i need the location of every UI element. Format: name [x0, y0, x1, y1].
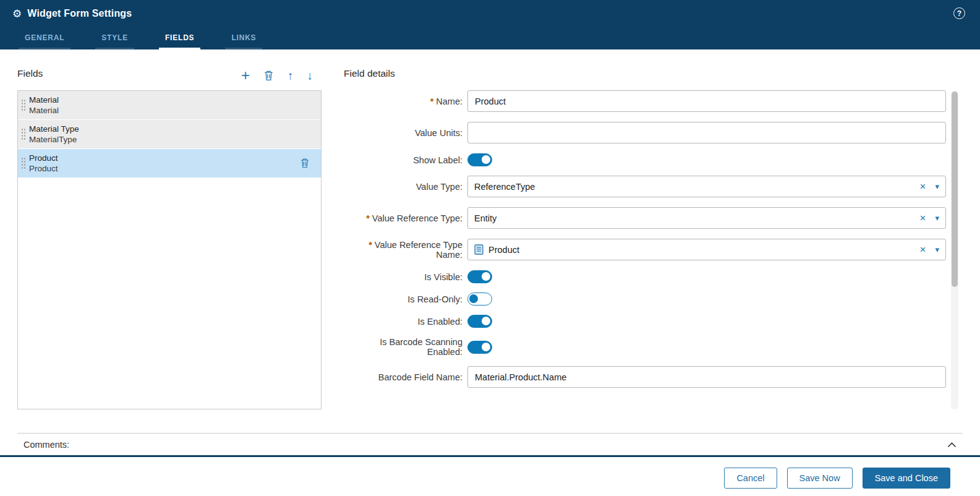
form-row-value-units: Value Units:: [344, 122, 946, 143]
form-row-value-reference-type-name: *Value Reference Type Name: Product ×: [344, 239, 946, 260]
details-panel-title: Field details: [344, 68, 946, 83]
value-reference-type-name-selected-value: Product: [488, 245, 519, 255]
field-item-name: Material: [29, 95, 59, 105]
is-read-only-toggle[interactable]: [467, 293, 492, 306]
is-barcode-scanning-enabled-label: Is Barcode Scanning Enabled:: [344, 337, 467, 357]
form-row-name: *Name:: [344, 90, 946, 112]
add-field-button[interactable]: +: [241, 68, 250, 83]
tab-links[interactable]: LINKS: [225, 33, 262, 49]
delete-field-button[interactable]: [263, 70, 274, 81]
field-item-name: Product: [29, 153, 58, 163]
field-details-panel: Field details *Name: Value Units: Show L…: [344, 68, 963, 409]
tab-bar: GENERAL STYLE FIELDS LINKS: [0, 27, 980, 49]
list-item-material[interactable]: Material Material: [18, 91, 321, 120]
cancel-button[interactable]: Cancel: [724, 468, 777, 489]
field-item-subname: Material: [29, 105, 59, 116]
is-enabled-label: Is Enabled:: [344, 317, 467, 327]
gear-icon: ⚙: [12, 7, 22, 20]
barcode-field-name-input[interactable]: [467, 366, 946, 388]
tab-style[interactable]: STYLE: [95, 33, 134, 49]
field-item-name: Material Type: [29, 124, 79, 134]
fields-panel-title: Fields: [17, 68, 43, 83]
list-item-product[interactable]: Product Product: [18, 149, 321, 178]
show-label-label: Show Label:: [344, 155, 467, 165]
value-reference-type-selected-value: Entity: [474, 213, 914, 223]
drag-handle-icon[interactable]: [21, 99, 25, 112]
barcode-field-name-label: Barcode Field Name:: [344, 372, 467, 382]
vertical-scrollbar[interactable]: [951, 90, 958, 409]
value-reference-type-name-select[interactable]: Product × ▾: [467, 239, 946, 260]
value-reference-type-label: *Value Reference Type:: [344, 213, 467, 223]
clear-icon[interactable]: ×: [914, 212, 932, 224]
save-now-button[interactable]: Save Now: [787, 468, 853, 489]
comments-section[interactable]: Comments:: [17, 433, 963, 455]
widget-form-settings-window: ⚙ Widget Form Settings ? GENERAL STYLE F…: [0, 0, 980, 489]
chevron-down-icon[interactable]: ▾: [931, 245, 939, 254]
clear-icon[interactable]: ×: [914, 181, 932, 193]
is-enabled-toggle[interactable]: [467, 315, 492, 328]
field-list: Material Material Material Type Material…: [17, 90, 322, 409]
window-title: Widget Form Settings: [27, 8, 132, 19]
required-marker: *: [366, 213, 370, 223]
field-item-subname: Product: [29, 163, 58, 174]
titlebar: ⚙ Widget Form Settings: [0, 0, 980, 27]
delete-item-icon[interactable]: [300, 158, 310, 171]
form-row-is-read-only: Is Read-Only:: [344, 293, 946, 306]
tab-general[interactable]: GENERAL: [19, 33, 70, 49]
tab-fields[interactable]: FIELDS: [159, 33, 200, 49]
form-row-is-visible: Is Visible:: [344, 270, 946, 283]
value-reference-type-select[interactable]: Entity × ▾: [467, 207, 946, 229]
chevron-down-icon[interactable]: ▾: [931, 182, 939, 191]
is-read-only-label: Is Read-Only:: [344, 294, 467, 304]
form-row-barcode-field-name: Barcode Field Name:: [344, 366, 946, 388]
value-type-selected-value: ReferenceType: [474, 182, 914, 192]
fields-panel: Fields + ↑ ↓ Material: [17, 68, 322, 409]
drag-handle-icon[interactable]: [21, 128, 25, 141]
field-details-form: *Name: Value Units: Show Label: Value Ty…: [344, 90, 946, 388]
value-type-select[interactable]: ReferenceType × ▾: [467, 176, 946, 197]
name-input[interactable]: [467, 90, 946, 112]
help-icon[interactable]: ?: [953, 7, 965, 19]
required-marker: *: [430, 96, 434, 106]
main-content: Fields + ↑ ↓ Material: [0, 49, 980, 409]
value-units-label: Value Units:: [344, 128, 467, 138]
value-units-input[interactable]: [467, 122, 946, 143]
header: ⚙ Widget Form Settings ? GENERAL STYLE F…: [0, 0, 980, 49]
required-marker: *: [369, 240, 372, 250]
scrollbar-thumb[interactable]: [952, 92, 958, 287]
chevron-up-icon[interactable]: [947, 442, 957, 448]
form-row-value-type: Value Type: ReferenceType × ▾: [344, 176, 946, 197]
list-item-material-type[interactable]: Material Type MaterialType: [18, 120, 321, 149]
trash-icon: [263, 70, 274, 81]
clear-icon[interactable]: ×: [914, 244, 932, 256]
is-visible-toggle[interactable]: [467, 270, 492, 283]
drag-handle-icon[interactable]: [21, 157, 25, 170]
fields-toolbar: + ↑ ↓: [241, 68, 322, 83]
footer: Cancel Save Now Save and Close: [0, 457, 980, 489]
name-label: *Name:: [344, 96, 467, 106]
show-label-toggle[interactable]: [467, 153, 492, 166]
value-type-label: Value Type:: [344, 182, 467, 192]
move-field-up-button[interactable]: ↑: [288, 70, 294, 82]
entity-document-icon: [474, 244, 484, 255]
form-row-is-barcode-scanning-enabled: Is Barcode Scanning Enabled:: [344, 337, 946, 357]
move-field-down-button[interactable]: ↓: [307, 70, 313, 82]
field-item-subname: MaterialType: [29, 134, 79, 145]
form-row-show-label: Show Label:: [344, 153, 946, 166]
chevron-down-icon[interactable]: ▾: [931, 213, 939, 223]
save-and-close-button[interactable]: Save and Close: [863, 468, 950, 489]
is-barcode-scanning-enabled-toggle[interactable]: [467, 341, 492, 354]
form-row-value-reference-type: *Value Reference Type: Entity × ▾: [344, 207, 946, 229]
form-row-is-enabled: Is Enabled:: [344, 315, 946, 328]
value-reference-type-name-label: *Value Reference Type Name:: [344, 240, 467, 260]
comments-label: Comments:: [23, 440, 69, 450]
is-visible-label: Is Visible:: [344, 272, 467, 282]
